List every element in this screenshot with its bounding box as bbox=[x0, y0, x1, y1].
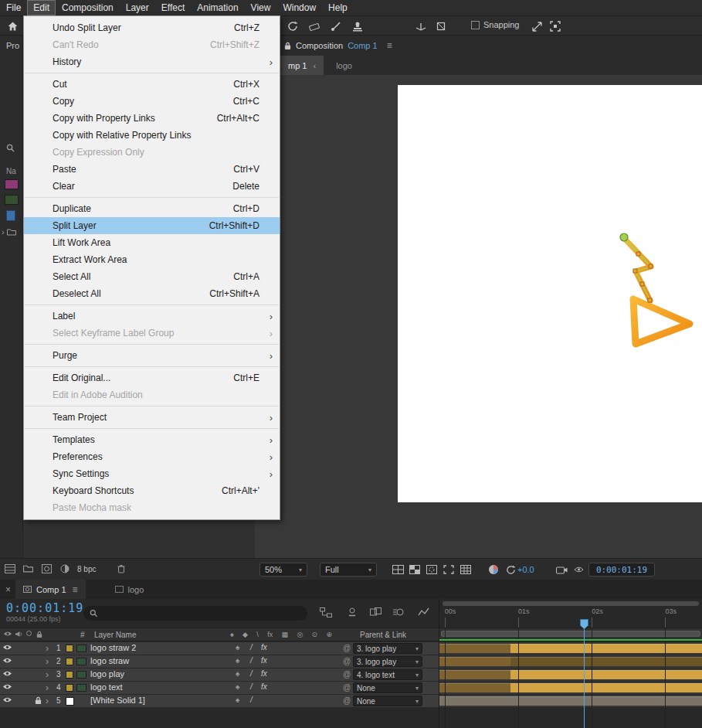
parent-link-column[interactable]: Parent & Link bbox=[360, 631, 406, 639]
parent-select[interactable]: None▾ bbox=[353, 696, 422, 706]
chevron-left-icon[interactable]: ‹ bbox=[313, 61, 316, 70]
region-of-interest-icon[interactable] bbox=[442, 564, 456, 575]
menu-item-duplicate[interactable]: DuplicateCtrl+D bbox=[24, 200, 280, 217]
list-view-icon[interactable] bbox=[5, 564, 15, 573]
pick-whip-icon[interactable]: @ bbox=[343, 657, 351, 665]
menu-item-select-all[interactable]: Select AllCtrl+A bbox=[24, 268, 280, 285]
transparency-grid-icon[interactable] bbox=[408, 564, 422, 575]
shy-switch[interactable]: ♠ bbox=[236, 643, 239, 651]
parent-select[interactable]: None▾ bbox=[353, 682, 422, 693]
chevron-right-icon[interactable]: › bbox=[2, 227, 5, 236]
project-panel-tab[interactable]: Pro bbox=[6, 41, 19, 50]
comp-name[interactable]: Comp 1 bbox=[348, 41, 378, 50]
quality-switch[interactable]: / bbox=[250, 696, 253, 704]
layer-duration-bar[interactable] bbox=[439, 670, 510, 679]
logo-play-triangle[interactable] bbox=[633, 299, 690, 344]
fx-switch[interactable]: fx bbox=[261, 656, 267, 665]
viewer-tab-logo[interactable]: logo bbox=[324, 56, 365, 75]
pick-whip-icon[interactable]: @ bbox=[343, 683, 351, 692]
eye-icon[interactable] bbox=[2, 683, 12, 690]
axis-mode-world-icon[interactable] bbox=[432, 20, 449, 32]
menu-item-preferences[interactable]: Preferences› bbox=[24, 448, 280, 465]
close-icon[interactable]: × bbox=[5, 584, 11, 595]
exposure-value[interactable]: +0.0 bbox=[517, 565, 534, 574]
brush-tool-icon[interactable] bbox=[327, 20, 344, 32]
timeline-tab-logo[interactable]: logo bbox=[107, 585, 152, 594]
expander-icon[interactable]: › bbox=[46, 682, 49, 694]
shy-switch[interactable]: ♠ bbox=[236, 682, 239, 691]
layer-row-logo-straw[interactable]: ›2logo straw♠/fx@3. logo play▾ bbox=[0, 655, 439, 668]
label-swatch[interactable] bbox=[66, 684, 73, 692]
project-item-icon[interactable] bbox=[6, 210, 15, 221]
search-icon[interactable] bbox=[6, 144, 15, 152]
menu-item-select-keyframe-label-group[interactable]: Select Keyframe Label Group› bbox=[24, 325, 280, 342]
menubar-item-animation[interactable]: Animation bbox=[191, 0, 244, 15]
menu-item-cut[interactable]: CutCtrl+X bbox=[24, 76, 280, 93]
menubar-item-window[interactable]: Window bbox=[276, 0, 322, 15]
layer-row-white-solid-1[interactable]: ›5[White Solid 1]♠/@None▾ bbox=[0, 695, 439, 707]
layer-row-logo-play[interactable]: ›3logo play♠/fx@4. logo text▾ bbox=[0, 668, 439, 681]
parent-select[interactable]: 3. logo play▾ bbox=[353, 656, 422, 667]
zoom-select[interactable]: 50% ▾ bbox=[259, 563, 307, 577]
menu-item-copy-with-relative-property-links[interactable]: Copy with Relative Property Links bbox=[24, 127, 280, 144]
show-snapshot-icon[interactable] bbox=[571, 564, 585, 575]
resolution-select[interactable]: Full ▾ bbox=[320, 563, 377, 577]
menu-item-templates[interactable]: Templates› bbox=[24, 431, 280, 448]
panel-menu-icon[interactable]: ≡ bbox=[73, 584, 78, 595]
timeline-search-input[interactable] bbox=[102, 609, 301, 618]
menu-item-sync-settings[interactable]: Sync Settings› bbox=[24, 465, 280, 482]
composition-panel-header[interactable]: Composition Comp 1 ≡ bbox=[255, 36, 702, 56]
menu-item-team-project[interactable]: Team Project› bbox=[24, 409, 280, 426]
menu-item-purge[interactable]: Purge› bbox=[24, 347, 280, 364]
layer-duration-bar[interactable] bbox=[439, 683, 510, 692]
panel-menu-icon[interactable]: ≡ bbox=[387, 40, 392, 51]
menubar-item-file[interactable]: File bbox=[0, 0, 27, 15]
adjustment-icon[interactable] bbox=[60, 564, 70, 573]
quality-switch[interactable]: / bbox=[250, 643, 253, 651]
playhead[interactable] bbox=[584, 619, 585, 728]
expander-icon[interactable]: › bbox=[46, 642, 49, 655]
label-swatch[interactable] bbox=[66, 697, 74, 706]
menu-item-paste[interactable]: PasteCtrl+V bbox=[24, 161, 280, 178]
layer-name[interactable]: logo straw bbox=[90, 656, 129, 665]
axis-mode-local-icon[interactable] bbox=[412, 20, 429, 32]
label-swatch[interactable] bbox=[66, 658, 73, 665]
snapping-control[interactable]: Snapping bbox=[471, 20, 520, 29]
project-item-thumbnail[interactable] bbox=[5, 195, 19, 205]
menu-item-keyboard-shortcuts[interactable]: Keyboard ShortcutsCtrl+Alt+' bbox=[24, 482, 280, 499]
bit-depth-button[interactable]: 8 bpc bbox=[77, 565, 96, 573]
fx-switch[interactable]: fx bbox=[261, 682, 267, 691]
timeline-search[interactable] bbox=[83, 606, 307, 621]
layer-duration-bar[interactable] bbox=[439, 644, 510, 653]
pick-whip-icon[interactable]: @ bbox=[343, 696, 351, 705]
composition-mini-flowchart-icon[interactable] bbox=[318, 606, 334, 618]
timeline-tab-comp1[interactable]: Comp 1 ≡ bbox=[15, 580, 86, 599]
layer-duration-bar[interactable] bbox=[439, 696, 702, 706]
fx-switch[interactable]: fx bbox=[261, 643, 267, 651]
grid-guides-icon[interactable] bbox=[459, 564, 473, 575]
menubar-item-edit[interactable]: Edit bbox=[27, 0, 56, 15]
layer-row-logo-straw-2[interactable]: ›1logo straw 2♠/fx@3. logo play▾ bbox=[0, 642, 439, 655]
eye-icon[interactable] bbox=[2, 670, 12, 677]
layer-name[interactable]: logo straw 2 bbox=[90, 643, 136, 652]
snapping-checkbox[interactable] bbox=[471, 21, 480, 29]
pick-whip-icon[interactable]: @ bbox=[343, 670, 351, 679]
project-folder-expander[interactable]: › bbox=[2, 227, 16, 236]
layer-duration-bar[interactable] bbox=[439, 657, 510, 666]
layer-duration-bar[interactable] bbox=[510, 670, 702, 679]
expander-icon[interactable]: › bbox=[46, 655, 49, 668]
menu-item-clear[interactable]: ClearDelete bbox=[24, 178, 280, 195]
snapshot-camera-icon[interactable] bbox=[554, 564, 568, 575]
trash-icon[interactable] bbox=[117, 564, 125, 573]
label-swatch[interactable] bbox=[66, 671, 73, 679]
snapping-arrows-icon[interactable] bbox=[528, 20, 545, 32]
motion-blur-icon[interactable] bbox=[391, 606, 406, 618]
eraser-tool-icon[interactable] bbox=[306, 20, 323, 32]
fx-switch[interactable]: fx bbox=[261, 669, 267, 678]
layer-name[interactable]: [White Solid 1] bbox=[90, 696, 145, 705]
menu-item-split-layer[interactable]: Split LayerCtrl+Shift+D bbox=[24, 217, 280, 234]
label-swatch[interactable] bbox=[66, 645, 73, 652]
logo-straw[interactable] bbox=[624, 238, 651, 301]
menu-item-copy-expression-only[interactable]: Copy Expression Only bbox=[24, 144, 280, 161]
layer-duration-bar[interactable] bbox=[510, 683, 702, 692]
